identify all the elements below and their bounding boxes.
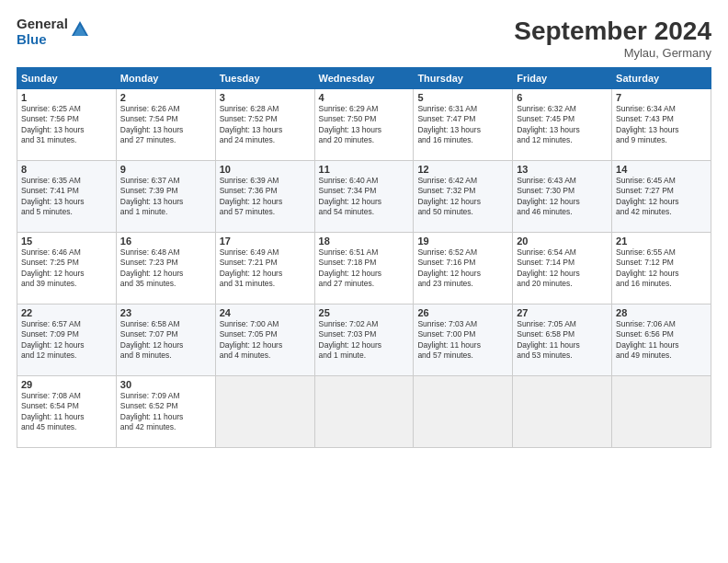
col-thursday: Thursday [414, 68, 513, 89]
page: General Blue September 2024 Mylau, Germa… [0, 0, 728, 563]
day-info: Sunrise: 7:08 AM Sunset: 6:54 PM Dayligh… [21, 391, 112, 433]
table-row: 20Sunrise: 6:54 AM Sunset: 7:14 PM Dayli… [513, 233, 612, 304]
day-number: 26 [417, 307, 508, 318]
day-info: Sunrise: 7:09 AM Sunset: 6:52 PM Dayligh… [120, 391, 211, 433]
table-row: 14Sunrise: 6:45 AM Sunset: 7:27 PM Dayli… [612, 161, 711, 233]
day-info: Sunrise: 6:58 AM Sunset: 7:07 PM Dayligh… [120, 319, 211, 362]
table-row: 7Sunrise: 6:34 AM Sunset: 7:43 PM Daylig… [612, 89, 711, 161]
logo: General Blue [17, 17, 90, 47]
day-info: Sunrise: 6:51 AM Sunset: 7:18 PM Dayligh… [319, 247, 410, 290]
table-row [612, 376, 711, 448]
table-row: 3Sunrise: 6:28 AM Sunset: 7:52 PM Daylig… [215, 89, 314, 161]
logo-text: General Blue [17, 17, 68, 47]
day-number: 10 [220, 164, 311, 175]
calendar-table: Sunday Monday Tuesday Wednesday Thursday… [17, 67, 711, 448]
day-number: 17 [220, 236, 311, 247]
table-row: 13Sunrise: 6:43 AM Sunset: 7:30 PM Dayli… [513, 161, 612, 233]
day-number: 16 [120, 236, 211, 247]
table-row [513, 376, 612, 448]
table-row: 5Sunrise: 6:31 AM Sunset: 7:47 PM Daylig… [414, 89, 513, 161]
col-wednesday: Wednesday [314, 68, 414, 89]
table-row: 17Sunrise: 6:49 AM Sunset: 7:21 PM Dayli… [215, 233, 314, 304]
day-number: 24 [220, 307, 311, 318]
calendar-row: 22Sunrise: 6:57 AM Sunset: 7:09 PM Dayli… [17, 304, 711, 376]
table-row: 8Sunrise: 6:35 AM Sunset: 7:41 PM Daylig… [17, 161, 117, 233]
table-row: 23Sunrise: 6:58 AM Sunset: 7:07 PM Dayli… [116, 304, 215, 376]
table-row: 27Sunrise: 7:05 AM Sunset: 6:58 PM Dayli… [513, 304, 612, 376]
calendar-row: 1Sunrise: 6:25 AM Sunset: 7:56 PM Daylig… [17, 89, 711, 161]
day-number: 15 [21, 236, 112, 247]
table-row: 26Sunrise: 7:03 AM Sunset: 7:00 PM Dayli… [414, 304, 513, 376]
day-number: 11 [319, 164, 410, 175]
day-info: Sunrise: 6:31 AM Sunset: 7:47 PM Dayligh… [417, 104, 508, 146]
day-info: Sunrise: 6:28 AM Sunset: 7:52 PM Dayligh… [220, 104, 311, 146]
day-number: 3 [220, 92, 311, 103]
day-info: Sunrise: 6:25 AM Sunset: 7:56 PM Dayligh… [21, 104, 112, 146]
day-info: Sunrise: 6:48 AM Sunset: 7:23 PM Dayligh… [120, 247, 211, 290]
day-number: 21 [616, 236, 707, 247]
day-info: Sunrise: 7:06 AM Sunset: 6:56 PM Dayligh… [616, 319, 707, 362]
day-number: 23 [120, 307, 211, 318]
logo-general: General [17, 17, 68, 32]
day-info: Sunrise: 6:37 AM Sunset: 7:39 PM Dayligh… [120, 176, 211, 218]
day-info: Sunrise: 6:54 AM Sunset: 7:14 PM Dayligh… [517, 247, 608, 290]
col-friday: Friday [513, 68, 612, 89]
header-row: Sunday Monday Tuesday Wednesday Thursday… [17, 68, 711, 89]
day-number: 12 [417, 164, 508, 175]
table-row: 10Sunrise: 6:39 AM Sunset: 7:36 PM Dayli… [215, 161, 314, 233]
table-row: 1Sunrise: 6:25 AM Sunset: 7:56 PM Daylig… [17, 89, 117, 161]
day-number: 29 [21, 379, 112, 390]
day-info: Sunrise: 6:42 AM Sunset: 7:32 PM Dayligh… [417, 176, 508, 218]
logo-icon [70, 19, 90, 43]
day-info: Sunrise: 6:52 AM Sunset: 7:16 PM Dayligh… [417, 247, 508, 290]
table-row: 9Sunrise: 6:37 AM Sunset: 7:39 PM Daylig… [116, 161, 215, 233]
day-number: 22 [21, 307, 112, 318]
day-number: 30 [120, 379, 211, 390]
day-info: Sunrise: 6:39 AM Sunset: 7:36 PM Dayligh… [220, 176, 311, 218]
day-number: 25 [319, 307, 410, 318]
title-block: September 2024 Mylau, Germany [514, 17, 711, 60]
day-number: 9 [120, 164, 211, 175]
day-number: 28 [616, 307, 707, 318]
day-info: Sunrise: 6:40 AM Sunset: 7:34 PM Dayligh… [319, 176, 410, 218]
day-info: Sunrise: 6:34 AM Sunset: 7:43 PM Dayligh… [616, 104, 707, 146]
day-info: Sunrise: 6:35 AM Sunset: 7:41 PM Dayligh… [21, 176, 112, 218]
day-number: 13 [517, 164, 608, 175]
day-info: Sunrise: 7:00 AM Sunset: 7:05 PM Dayligh… [220, 319, 311, 362]
day-info: Sunrise: 6:32 AM Sunset: 7:45 PM Dayligh… [517, 104, 608, 146]
day-info: Sunrise: 6:29 AM Sunset: 7:50 PM Dayligh… [319, 104, 410, 146]
day-info: Sunrise: 7:05 AM Sunset: 6:58 PM Dayligh… [517, 319, 608, 362]
day-number: 4 [319, 92, 410, 103]
day-number: 1 [21, 92, 112, 103]
table-row [215, 376, 314, 448]
day-number: 2 [120, 92, 211, 103]
col-monday: Monday [116, 68, 215, 89]
col-sunday: Sunday [17, 68, 117, 89]
month-title: September 2024 [514, 17, 711, 46]
calendar-row: 15Sunrise: 6:46 AM Sunset: 7:25 PM Dayli… [17, 233, 711, 304]
day-info: Sunrise: 6:45 AM Sunset: 7:27 PM Dayligh… [616, 176, 707, 218]
day-number: 19 [417, 236, 508, 247]
day-number: 20 [517, 236, 608, 247]
calendar-row: 8Sunrise: 6:35 AM Sunset: 7:41 PM Daylig… [17, 161, 711, 233]
day-number: 18 [319, 236, 410, 247]
day-number: 14 [616, 164, 707, 175]
table-row: 19Sunrise: 6:52 AM Sunset: 7:16 PM Dayli… [414, 233, 513, 304]
day-info: Sunrise: 6:43 AM Sunset: 7:30 PM Dayligh… [517, 176, 608, 218]
location: Mylau, Germany [514, 46, 711, 60]
table-row: 18Sunrise: 6:51 AM Sunset: 7:18 PM Dayli… [314, 233, 414, 304]
day-info: Sunrise: 6:57 AM Sunset: 7:09 PM Dayligh… [21, 319, 112, 362]
table-row: 25Sunrise: 7:02 AM Sunset: 7:03 PM Dayli… [314, 304, 414, 376]
table-row: 2Sunrise: 6:26 AM Sunset: 7:54 PM Daylig… [116, 89, 215, 161]
table-row: 16Sunrise: 6:48 AM Sunset: 7:23 PM Dayli… [116, 233, 215, 304]
table-row: 21Sunrise: 6:55 AM Sunset: 7:12 PM Dayli… [612, 233, 711, 304]
table-row: 22Sunrise: 6:57 AM Sunset: 7:09 PM Dayli… [17, 304, 117, 376]
day-info: Sunrise: 6:55 AM Sunset: 7:12 PM Dayligh… [616, 247, 707, 290]
day-info: Sunrise: 6:26 AM Sunset: 7:54 PM Dayligh… [120, 104, 211, 146]
header: General Blue September 2024 Mylau, Germa… [17, 17, 711, 60]
table-row: 15Sunrise: 6:46 AM Sunset: 7:25 PM Dayli… [17, 233, 117, 304]
col-tuesday: Tuesday [215, 68, 314, 89]
table-row: 12Sunrise: 6:42 AM Sunset: 7:32 PM Dayli… [414, 161, 513, 233]
table-row: 11Sunrise: 6:40 AM Sunset: 7:34 PM Dayli… [314, 161, 414, 233]
table-row [314, 376, 414, 448]
